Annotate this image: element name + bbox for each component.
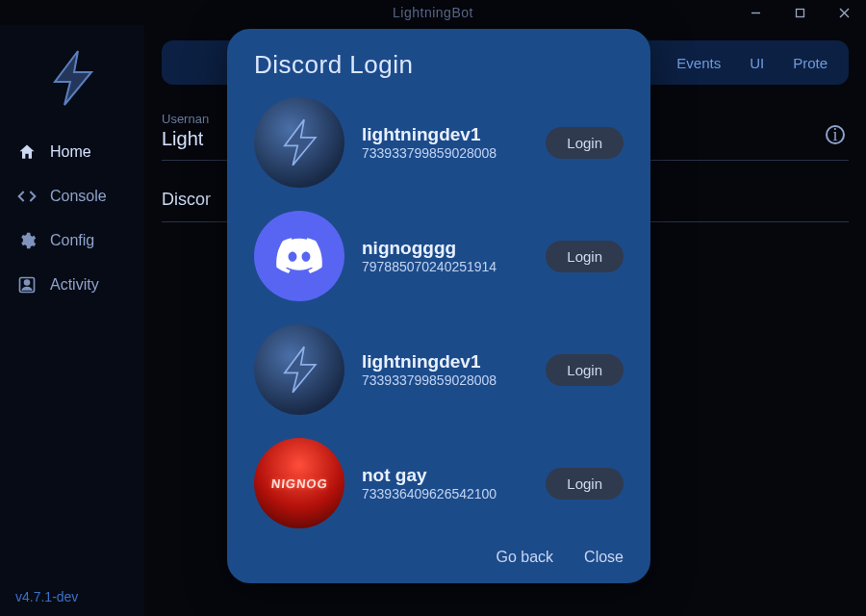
svg-rect-1	[796, 9, 803, 16]
account-name: lightningdev1	[362, 351, 528, 372]
gear-icon	[17, 231, 37, 250]
account-row: lightningdev1 733933799859028008 Login	[254, 97, 624, 188]
account-name: lightningdev1	[362, 124, 528, 145]
activity-icon	[17, 275, 37, 295]
sidebar: Home Console Config Activity v4	[0, 25, 144, 616]
sidebar-nav: Home Console Config Activity	[0, 131, 144, 306]
account-id: 733933799859028008	[362, 145, 528, 161]
account-info: not gay 733936409626542100	[362, 465, 528, 501]
avatar	[254, 211, 344, 301]
account-id: 733936409626542100	[362, 486, 528, 501]
avatar: NIGNOG	[254, 438, 344, 528]
sidebar-item-console[interactable]: Console	[8, 175, 137, 218]
app-title: LightningBot	[393, 5, 473, 20]
account-row: NIGNOG not gay 733936409626542100 Login	[254, 438, 624, 528]
avatar-text: NIGNOG	[270, 476, 328, 491]
svg-marker-8	[285, 346, 316, 392]
tab-item[interactable]: UI	[750, 55, 764, 71]
tab-item[interactable]: Events	[676, 55, 721, 71]
sidebar-item-home[interactable]: Home	[8, 131, 137, 173]
close-button[interactable]: Close	[584, 549, 624, 566]
modal-title: Discord Login	[254, 50, 624, 80]
svg-marker-7	[285, 119, 316, 165]
info-icon[interactable]: i	[826, 125, 845, 144]
maximize-button[interactable]	[777, 0, 822, 25]
login-button[interactable]: Login	[546, 127, 624, 159]
sidebar-item-label: Config	[50, 232, 94, 249]
account-row: lightningdev1 733933799859028008 Login	[254, 324, 624, 415]
avatar	[254, 97, 344, 188]
sidebar-item-label: Home	[50, 143, 91, 161]
code-icon	[17, 187, 37, 206]
lightning-icon	[273, 116, 325, 168]
account-name: not gay	[362, 465, 528, 486]
title-bar: LightningBot	[0, 0, 866, 25]
discord-login-modal: Discord Login lightningdev1 733933799859…	[227, 29, 650, 583]
account-name: nignogggg	[362, 238, 528, 259]
modal-footer: Go back Close	[254, 535, 624, 566]
login-button[interactable]: Login	[546, 241, 624, 272]
sidebar-item-config[interactable]: Config	[8, 219, 137, 262]
go-back-button[interactable]: Go back	[497, 549, 554, 566]
avatar	[254, 324, 344, 415]
sidebar-item-label: Activity	[50, 276, 99, 294]
svg-marker-4	[55, 51, 91, 105]
close-window-button[interactable]	[822, 0, 866, 25]
window-controls	[733, 0, 866, 25]
account-info: lightningdev1 733933799859028008	[362, 351, 528, 388]
app-window: LightningBot Home	[0, 0, 866, 616]
account-id: 733933799859028008	[362, 372, 528, 388]
login-button[interactable]: Login	[546, 468, 624, 500]
minimize-button[interactable]	[733, 0, 777, 25]
version-label: v4.7.1-dev	[0, 578, 144, 616]
account-id: 797885070240251914	[362, 259, 528, 274]
account-info: nignogggg 797885070240251914	[362, 238, 528, 274]
svg-point-6	[25, 280, 30, 285]
sidebar-item-activity[interactable]: Activity	[8, 264, 137, 306]
sidebar-item-label: Console	[50, 188, 107, 205]
lightning-icon	[41, 47, 103, 109]
lightning-icon	[273, 344, 325, 396]
login-button[interactable]: Login	[546, 354, 624, 386]
tab-item[interactable]: Prote	[793, 55, 828, 71]
discord-icon	[272, 229, 326, 283]
account-row: nignogggg 797885070240251914 Login	[254, 211, 624, 301]
account-info: lightningdev1 733933799859028008	[362, 124, 528, 161]
app-logo	[0, 25, 144, 131]
account-list: lightningdev1 733933799859028008 Login n…	[254, 97, 624, 535]
home-icon	[17, 142, 37, 162]
